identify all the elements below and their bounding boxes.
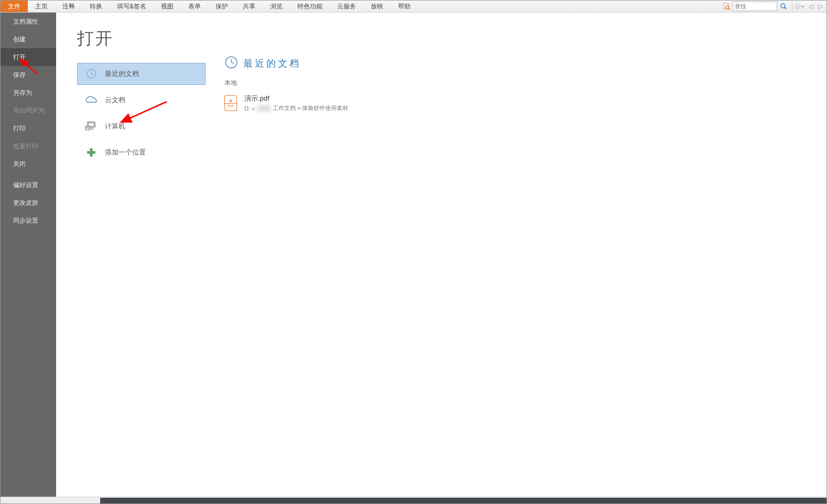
sidebar-item-skin[interactable]: 更改皮肤 <box>1 194 56 212</box>
menu-share[interactable]: 共享 <box>235 1 263 12</box>
sidebar-item-save[interactable]: 保存 <box>1 66 56 84</box>
sidebar-item-close[interactable]: 关闭 <box>1 155 56 173</box>
sidebar-item-sync[interactable]: 同步设置 <box>1 212 56 229</box>
svg-line-4 <box>785 7 786 9</box>
section-header: 最近的文档 <box>224 56 826 71</box>
search-input[interactable] <box>733 2 777 11</box>
pdf-file-icon: G PDF <box>224 95 237 111</box>
status-bar-dark <box>100 498 826 503</box>
svg-rect-11 <box>88 123 94 126</box>
doc-meta: 演示.pdf D: » xxxx 工作文档 » 体验软件使用素材 <box>244 94 348 112</box>
menu-play[interactable]: 放映 <box>363 1 391 12</box>
sec-item-label: 最近的文档 <box>105 69 139 79</box>
search-button[interactable] <box>778 2 789 11</box>
svg-line-22 <box>231 62 234 63</box>
file-sidebar: 文档属性 创建 打开 保存 另存为 导出PDF为 打印 批量打印 关闭 偏好设置… <box>1 13 56 497</box>
sidebar-item-saveas[interactable]: 另存为 <box>1 84 56 102</box>
svg-point-5 <box>797 5 799 8</box>
settings-gear-icon[interactable]: ▾ <box>792 2 805 11</box>
menu-protect[interactable]: 保护 <box>208 1 235 12</box>
computer-icon <box>85 120 98 133</box>
svg-point-6 <box>795 4 800 9</box>
content-area: 打开 最近的文档 云文档 计算机 添加一个位置 <box>56 13 826 497</box>
sec-item-addplace[interactable]: 添加一个位置 <box>77 141 206 163</box>
menu-home[interactable]: 主页 <box>28 1 55 12</box>
find-text-icon[interactable] <box>722 2 732 11</box>
menu-feature[interactable]: 特色功能 <box>290 1 330 12</box>
nav-prev-icon[interactable]: ◁ <box>807 2 815 11</box>
menu-convert[interactable]: 转换 <box>82 1 110 12</box>
menu-fillsign[interactable]: 填写&签名 <box>110 1 154 12</box>
menu-comment[interactable]: 注释 <box>55 1 82 12</box>
sidebar-item-print[interactable]: 打印 <box>1 119 56 137</box>
secondary-panel: 打开 最近的文档 云文档 计算机 添加一个位置 <box>56 13 206 497</box>
doc-path: D: » xxxx 工作文档 » 体验软件使用素材 <box>244 104 348 112</box>
cloud-icon <box>85 94 98 106</box>
sidebar-item-export: 导出PDF为 <box>1 102 56 119</box>
clock-icon <box>85 68 98 80</box>
sidebar-item-create[interactable]: 创建 <box>1 30 56 48</box>
local-label: 本地 <box>224 79 826 87</box>
sec-item-label: 计算机 <box>105 122 125 131</box>
sec-item-label: 添加一个位置 <box>105 148 146 157</box>
menu-file[interactable]: 文件 <box>1 1 28 12</box>
menu-form[interactable]: 表单 <box>181 1 208 12</box>
nav-next-icon[interactable]: ▷ <box>816 2 824 11</box>
main-panel: 最近的文档 本地 G PDF 演示.pdf D: » xxxx 工作文档 » 体… <box>206 13 826 497</box>
sidebar-item-open[interactable]: 打开 <box>1 48 56 66</box>
menu-cloud[interactable]: 云服务 <box>330 1 363 12</box>
doc-name: 演示.pdf <box>244 94 348 103</box>
menubar: 文件 主页 注释 转换 填写&签名 视图 表单 保护 共享 浏览 特色功能 云服… <box>1 1 826 13</box>
section-title: 最近的文档 <box>243 57 301 70</box>
menubar-right: ▾ ◁ ▷ <box>722 1 826 12</box>
recent-doc-row[interactable]: G PDF 演示.pdf D: » xxxx 工作文档 » 体验软件使用素材 <box>224 92 826 114</box>
sidebar-item-batchprint: 批量打印 <box>1 137 56 155</box>
sidebar-item-preferences[interactable]: 偏好设置 <box>1 176 56 194</box>
sidebar-item-properties[interactable]: 文档属性 <box>1 13 56 30</box>
clock-icon <box>224 56 238 71</box>
plus-icon <box>85 146 98 159</box>
sec-item-cloud[interactable]: 云文档 <box>77 89 206 111</box>
page-title: 打开 <box>77 27 206 50</box>
menu-view[interactable]: 视图 <box>154 1 181 12</box>
menu-browse[interactable]: 浏览 <box>263 1 290 12</box>
sec-item-label: 云文档 <box>105 95 125 105</box>
menu-help[interactable]: 帮助 <box>391 1 418 12</box>
sec-item-computer[interactable]: 计算机 <box>77 115 206 137</box>
svg-line-9 <box>91 74 93 75</box>
svg-point-3 <box>781 4 785 8</box>
sec-item-recent[interactable]: 最近的文档 <box>77 63 206 85</box>
